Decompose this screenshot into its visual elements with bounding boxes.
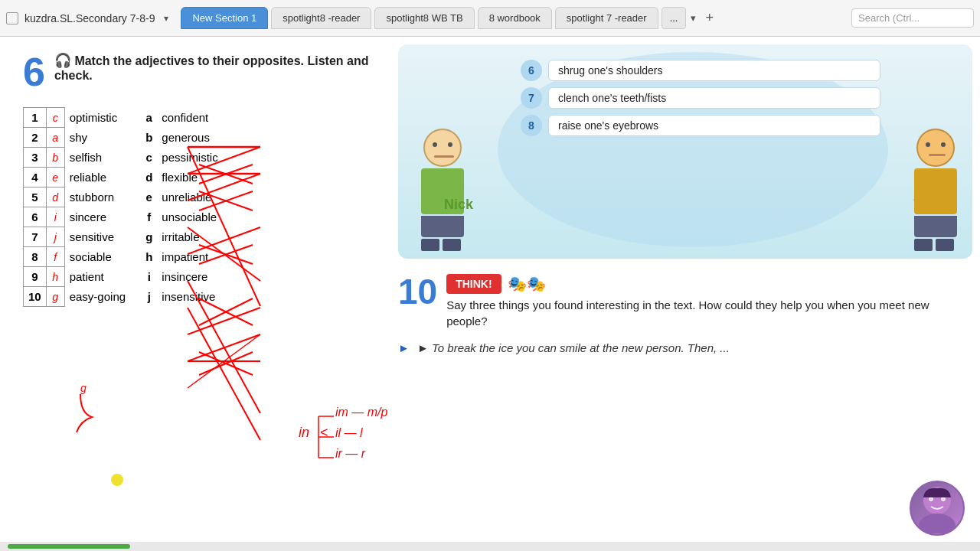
row-word-left: stubborn: [64, 187, 141, 207]
adjective-row-4: 4 e reliable d flexible: [24, 168, 242, 187]
progress-bar: [8, 544, 130, 549]
think-badge: THINK!: [446, 274, 501, 294]
bubble-num-8: 8: [521, 115, 542, 136]
row-num: 3: [24, 148, 47, 168]
row-letter-answer: f: [46, 247, 64, 267]
row-letter-label: i: [141, 267, 157, 287]
svg-text:<: <: [320, 425, 328, 440]
adjective-row-1: 1 c optimistic a confident: [24, 108, 242, 128]
row-num: 4: [24, 168, 47, 187]
exercise6-number: 6: [23, 52, 45, 92]
bubble-container: 6 shrug one's shoulders 7 clench one's t…: [521, 60, 880, 142]
main-content: 6 🎧 Match the adjectives to their opposi…: [0, 37, 980, 551]
svg-text:ir — r: ir — r: [335, 447, 366, 460]
exercise10-number: 10: [398, 274, 437, 309]
row-letter-answer: j: [46, 227, 64, 247]
row-letter-label: h: [141, 247, 157, 267]
svg-line-9: [188, 308, 260, 334]
row-word-right: insensitive: [157, 287, 241, 307]
exercise6-instruction-text: Match the adjectives to their opposites.…: [54, 54, 369, 82]
row-letter-label: g: [141, 227, 157, 247]
row-word-right: confident: [157, 108, 241, 128]
row-letter-answer: c: [46, 108, 64, 128]
row-word-left: reliable: [64, 168, 141, 187]
think-faces: 🎭🎭: [508, 275, 546, 293]
row-word-left: easy-going: [64, 287, 141, 307]
bubble-text-8: raise one's eyebrows: [548, 115, 880, 136]
tom-label: Tom: [913, 197, 942, 213]
svg-point-34: [919, 514, 956, 533]
row-word-right: flexible: [157, 168, 241, 187]
row-word-right: generous: [157, 128, 241, 148]
adjective-row-9: 9 h patient i insincere: [24, 267, 242, 287]
row-letter-label: f: [141, 207, 157, 227]
row-letter-answer: g: [46, 287, 64, 307]
title-dropdown-icon[interactable]: ▾: [164, 13, 168, 24]
row-letter-label: b: [141, 128, 157, 148]
play-icon: ►: [398, 341, 410, 354]
row-letter-label: d: [141, 168, 157, 187]
bubble-item-6: 6 shrug one's shoulders: [521, 60, 880, 81]
exercise10-section: 10 THINK! 🎭🎭 Say three things you found …: [398, 274, 972, 329]
nick-character: [421, 129, 464, 251]
row-letter-answer: a: [46, 128, 64, 148]
adjective-row-2: 2 a shy b generous: [24, 128, 242, 148]
exercise6-instruction: 🎧 Match the adjectives to their opposite…: [54, 52, 375, 83]
adjective-row-8: 8 f sociable h impatient: [24, 247, 242, 267]
svg-line-12: [188, 334, 260, 388]
search-input[interactable]: Search (Ctrl...: [851, 8, 974, 28]
row-num: 1: [24, 108, 47, 128]
svg-line-11: [188, 334, 260, 361]
row-letter-label: j: [141, 287, 157, 307]
svg-line-8: [188, 308, 260, 440]
svg-text:g: g: [80, 382, 87, 394]
row-word-left: patient: [64, 267, 141, 287]
right-panel: Nick Tom 6 shrug o: [390, 37, 980, 551]
exercise6-header: 6 🎧 Match the adjectives to their opposi…: [23, 52, 375, 92]
exercise10-text: Say three things you found interesting i…: [446, 297, 972, 329]
row-letter-answer: i: [46, 207, 64, 227]
tab-spotlight8-reader[interactable]: spotlight8 -reader: [271, 7, 371, 29]
adjective-row-10: 10 g easy-going j insensitive: [24, 287, 242, 307]
row-word-left: selfish: [64, 148, 141, 168]
row-word-left: sociable: [64, 247, 141, 267]
tom-character: [914, 129, 957, 251]
row-word-right: unreliable: [157, 187, 241, 207]
row-num: 5: [24, 187, 47, 207]
tab-add-button[interactable]: +: [699, 7, 720, 29]
row-letter-label: e: [141, 187, 157, 207]
row-word-right: unsociable: [157, 207, 241, 227]
adjectives-table: 1 c optimistic a confident 2 a shy b gen…: [23, 107, 242, 307]
row-num: 9: [24, 267, 47, 287]
yellow-dot: [111, 474, 123, 486]
row-word-left: sensitive: [64, 227, 141, 247]
row-letter-answer: h: [46, 267, 64, 287]
adjective-row-7: 7 j sensitive g irritable: [24, 227, 242, 247]
tab-spotlight7-reader[interactable]: spotlight 7 -reader: [555, 7, 658, 29]
row-word-right: pessimistic: [157, 148, 241, 168]
row-num: 7: [24, 227, 47, 247]
svg-text:in: in: [299, 425, 309, 440]
tab-8-wordbook[interactable]: 8 wordbook: [478, 7, 552, 29]
bubble-item-8: 8 raise one's eyebrows: [521, 115, 880, 136]
row-num: 2: [24, 128, 47, 148]
svg-text:im — m/p: im — m/p: [335, 406, 388, 419]
row-letter-answer: b: [46, 148, 64, 168]
app-title: kuzdra.SL.Secondary 7-8-9: [24, 12, 155, 24]
row-word-left: optimistic: [64, 108, 141, 128]
row-letter-label: a: [141, 108, 157, 128]
svg-text:il — l: il — l: [335, 426, 363, 439]
row-num: 6: [24, 207, 47, 227]
bubble-item-7: 7 clench one's teeth/fists: [521, 87, 880, 109]
row-letter-label: c: [141, 148, 157, 168]
tab-new-section[interactable]: New Section 1: [181, 7, 268, 29]
window-icon: [6, 12, 18, 24]
bottom-bar: [0, 542, 980, 551]
nick-label: Nick: [444, 197, 473, 213]
adjective-row-6: 6 i sincere f unsociable: [24, 207, 242, 227]
bubble-text-6: shrug one's shoulders: [548, 60, 880, 81]
row-letter-answer: e: [46, 168, 64, 187]
tab-spotlight8-wb-tb[interactable]: spotlight8 WB TB: [374, 7, 474, 29]
bubble-num-7: 7: [521, 87, 542, 109]
tab-more-button[interactable]: ...: [662, 7, 687, 29]
